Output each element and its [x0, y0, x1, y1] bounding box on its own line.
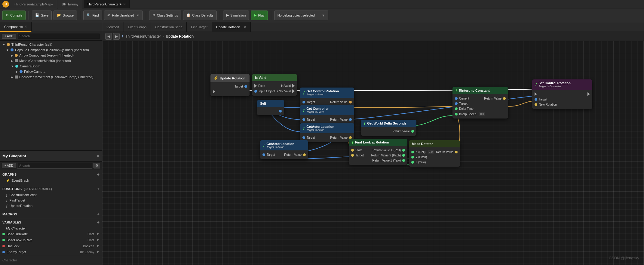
get-controller-node[interactable]: ƒ Get Controller Target is Pawn Target R… [300, 105, 354, 124]
play-button[interactable]: ▶ Play [251, 11, 268, 20]
event-graph-item[interactable]: ⚡ EventGraph [0, 178, 102, 183]
get-control-rotation-node[interactable]: ƒ Get Control Rotation Target is Pawn Ta… [300, 88, 354, 106]
list-item[interactable]: ▶ Arrow Component (Arrow) (Inherited) [0, 53, 102, 58]
app-logo: U [2, 1, 9, 8]
get-actor-location-2-node[interactable]: ƒ GetActorLocation Target is Actor Targe… [260, 140, 308, 159]
nav-back-button[interactable]: ◀ [105, 33, 112, 40]
find-target-item[interactable]: ƒ FindTarget [0, 198, 102, 203]
gc-func-icon: ƒ [303, 108, 305, 112]
rinterp-return-pin [503, 97, 506, 100]
tab-update-rotation[interactable]: Update Rotation ✕ [212, 22, 251, 32]
nav-forward-button[interactable]: ▶ [113, 33, 120, 40]
save-icon: 💾 [35, 13, 39, 17]
is-valid-node[interactable]: Is Valid Exec Is Valid [252, 74, 297, 96]
rinterp-icon: ƒ [455, 89, 457, 92]
list-item[interactable]: ▼ Capsule Component (CollisionCylinder) … [0, 47, 102, 53]
get-actor-location-1-node[interactable]: ƒ GetActorLocation Target is Actor Targe… [300, 123, 354, 142]
my-blueprint-close-button[interactable]: ✕ [97, 154, 100, 158]
components-tab-close[interactable]: ✕ [25, 25, 27, 28]
debug-selector[interactable]: No debug object selected ▼ [274, 11, 328, 20]
bp-toolbar: + ADD ⚙ [0, 162, 102, 170]
my-character-group[interactable]: My Character [0, 226, 102, 231]
components-search[interactable] [17, 33, 100, 39]
graph-canvas[interactable]: ⚡ Update Rotation Target [102, 41, 644, 265]
breadcrumb-function: Update Rotation [166, 34, 194, 39]
simulation-icon: ▶ [226, 13, 229, 17]
gwds-return-pin [411, 130, 414, 133]
components-tab[interactable]: Components ✕ [0, 22, 32, 32]
mr-body: X (Roll) 0.0 Return Value Y (Pitch) [409, 147, 460, 167]
list-item[interactable]: ▶ Character Movement (CharMoveComp) (Inh… [0, 74, 102, 80]
gal1-header: ƒ GetActorLocation Target is Actor [300, 123, 354, 133]
var-dropdown-icon4: ▼ [96, 250, 100, 254]
tab-viewport[interactable]: Viewport [102, 22, 124, 32]
set-control-rotation-node[interactable]: ƒ Set Control Rotation Target is Control… [532, 79, 592, 109]
rinterp-node[interactable]: ƒ RInterp to Constant Current Return Val… [452, 87, 508, 119]
mr-y-row: Y (Pitch) [409, 155, 460, 160]
macros-expand-icon: + [97, 212, 100, 217]
bp-search[interactable] [17, 163, 92, 169]
graphs-section-header[interactable]: GRAPHS + [0, 171, 102, 178]
macros-section-header[interactable]: MACROS + [0, 211, 102, 217]
class-settings-button[interactable]: ⚙ Class Settings [149, 11, 181, 20]
tree-root-item[interactable]: ▼ ThirdPersonCharacter (self) [0, 42, 102, 47]
update-rotation-tab-close[interactable]: ✕ [244, 25, 246, 29]
self-body [257, 107, 284, 115]
scr-header: ƒ Set Control Rotation Target is Control… [532, 79, 592, 90]
toolbar-divider-4 [220, 11, 220, 20]
var-dropdown-icon3: ▼ [96, 244, 100, 248]
tab-construction-scrip[interactable]: Construction Scrip [151, 22, 187, 32]
find-icon: 🔍 [87, 13, 91, 17]
add-bp-button[interactable]: + ADD [2, 163, 16, 168]
functions-section: FUNCTIONS (33 OVERRIDABLE) + ƒ Construct… [0, 184, 102, 210]
tab-event-graph[interactable]: Event Graph [124, 22, 151, 32]
scr-newrotation-row: New Rotation [532, 102, 592, 107]
list-item[interactable]: ▶ FollowCamera [0, 69, 102, 74]
scr-exec-in-pin [535, 92, 537, 96]
my-blueprint-title: My Blueprint [2, 154, 26, 158]
variable-has-lock[interactable]: HasLock Boolean ▼ [0, 243, 102, 249]
construction-script-item[interactable]: ƒ ConstructionScript [0, 192, 102, 198]
variable-base-turn-rate[interactable]: BaseTurnRate Float ▼ [0, 231, 102, 237]
variable-enemy-target[interactable]: EnemyTarget BP Enemy ▼ [0, 249, 102, 255]
save-button[interactable]: 💾 Save [32, 11, 52, 20]
functions-section-header[interactable]: FUNCTIONS (33 OVERRIDABLE) + [0, 186, 102, 192]
tab-map[interactable]: ThirdPersonExampleMap+ [10, 0, 57, 8]
update-rotation-node[interactable]: ⚡ Update Rotation Target [210, 74, 250, 96]
simulation-button[interactable]: ▶ Simulation [223, 11, 249, 20]
list-item[interactable]: ▶ Mesh (CharacterMesh0) (Inherited) [0, 58, 102, 63]
is-valid-out-pin [292, 84, 295, 88]
close-tab-icon[interactable]: ✕ [123, 2, 126, 6]
gal2-func-icon: ƒ [263, 143, 265, 147]
scr-exec-row [532, 91, 592, 97]
flar-header: ƒ Find Look at Rotation [349, 139, 407, 146]
self-node[interactable]: Self [257, 100, 284, 115]
gcr-target-pin [302, 101, 305, 103]
bp-settings-button[interactable]: ⚙ [94, 163, 100, 168]
compile-button[interactable]: ⚙ Compile [2, 11, 26, 20]
browse-button[interactable]: 📂 Browse [54, 11, 77, 20]
get-world-delta-seconds-node[interactable]: ƒ Get World Delta Seconds Return Value [361, 120, 416, 136]
rinterp-header: ƒ RInterp to Constant [452, 87, 508, 94]
make-rotator-node[interactable]: Make Rotator X (Roll) 0.0 Return Value [409, 140, 460, 167]
rinterp-deltatime-pin [455, 107, 458, 110]
find-look-at-rotation-node[interactable]: ƒ Find Look at Rotation Start Return Val… [349, 139, 407, 165]
find-button[interactable]: 🔍 Find [83, 11, 102, 20]
pin-exec-row: Exec Is Valid [252, 83, 297, 88]
list-item[interactable]: ▼ CameraBoom [0, 63, 102, 69]
class-defaults-button[interactable]: 📋 Class Defaults [183, 11, 217, 20]
variable-base-look-up-rate[interactable]: BaseLookUpRate Float ▼ [0, 237, 102, 243]
tab-third-person-character[interactable]: ThirdPersonCharacter+ ✕ [84, 0, 130, 8]
scr-target-pin [535, 98, 537, 101]
tab-bp-enemy[interactable]: BP_Enemy [58, 0, 82, 8]
self-out-row [257, 109, 284, 113]
gwds-header: ƒ Get World Delta Seconds [361, 120, 416, 127]
flar-icon: ƒ [352, 140, 354, 144]
variables-section-header[interactable]: VARIABLES + [0, 219, 102, 226]
update-rotation-item[interactable]: ƒ UpdateRotation [0, 203, 102, 208]
graphs-label: GRAPHS [2, 173, 17, 176]
add-component-button[interactable]: + ADD [2, 34, 16, 39]
event-graph-icon: ⚡ [6, 179, 10, 182]
tab-find-target[interactable]: Find Target [187, 22, 212, 32]
hide-unrelated-button[interactable]: 👁 Hide Unrelated ▼ [104, 11, 143, 20]
